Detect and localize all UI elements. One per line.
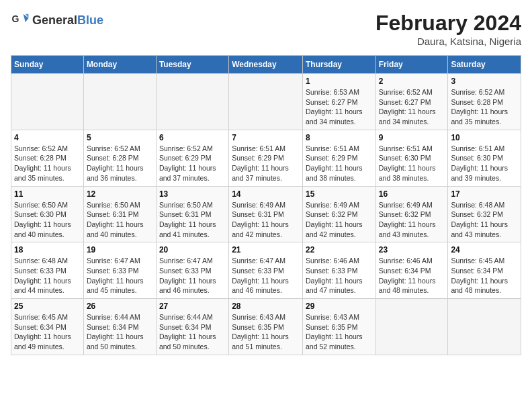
week-row-1: 1Sunrise: 6:53 AM Sunset: 6:27 PM Daylig… (11, 74, 521, 130)
calendar-cell: 11Sunrise: 6:50 AM Sunset: 6:30 PM Dayli… (11, 186, 84, 242)
day-number: 13 (159, 189, 226, 199)
week-row-2: 4Sunrise: 6:52 AM Sunset: 6:28 PM Daylig… (11, 130, 521, 186)
logo-icon: G (11, 11, 30, 30)
day-info: Sunrise: 6:44 AM Sunset: 6:34 PM Dayligh… (87, 312, 153, 352)
day-info: Sunrise: 6:43 AM Sunset: 6:35 PM Dayligh… (232, 312, 300, 352)
day-info: Sunrise: 6:52 AM Sunset: 6:27 PM Dayligh… (379, 87, 445, 127)
day-number: 22 (306, 245, 373, 255)
calendar-cell (448, 299, 521, 355)
day-info: Sunrise: 6:52 AM Sunset: 6:28 PM Dayligh… (87, 144, 153, 183)
week-row-3: 11Sunrise: 6:50 AM Sunset: 6:30 PM Dayli… (11, 186, 521, 242)
day-number: 16 (379, 189, 445, 199)
day-number: 28 (232, 302, 300, 311)
header-monday: Monday (83, 56, 156, 74)
svg-text:G: G (12, 13, 19, 24)
logo: G GeneralBlue (11, 11, 103, 30)
title-block: February 2024 Daura, Katsina, Nigeria (375, 11, 521, 47)
day-number: 20 (159, 245, 226, 255)
day-info: Sunrise: 6:47 AM Sunset: 6:33 PM Dayligh… (87, 256, 153, 295)
calendar-table: SundayMondayTuesdayWednesdayThursdayFrid… (11, 55, 521, 355)
day-info: Sunrise: 6:46 AM Sunset: 6:34 PM Dayligh… (379, 256, 445, 295)
day-number: 12 (87, 189, 153, 199)
day-info: Sunrise: 6:53 AM Sunset: 6:27 PM Dayligh… (306, 87, 373, 127)
day-info: Sunrise: 6:48 AM Sunset: 6:33 PM Dayligh… (14, 256, 81, 295)
day-number: 10 (451, 133, 518, 142)
calendar-cell (156, 74, 228, 130)
calendar-cell: 2Sunrise: 6:52 AM Sunset: 6:27 PM Daylig… (375, 74, 448, 130)
calendar-cell: 5Sunrise: 6:52 AM Sunset: 6:28 PM Daylig… (83, 130, 156, 186)
page-header: G GeneralBlue February 2024 Daura, Katsi… (11, 11, 521, 47)
calendar-cell: 25Sunrise: 6:45 AM Sunset: 6:34 PM Dayli… (11, 299, 84, 355)
calendar-cell: 13Sunrise: 6:50 AM Sunset: 6:31 PM Dayli… (156, 186, 228, 242)
day-number: 21 (232, 245, 300, 255)
day-number: 25 (14, 302, 81, 311)
day-number: 29 (306, 302, 373, 311)
day-number: 4 (14, 133, 81, 142)
day-info: Sunrise: 6:46 AM Sunset: 6:33 PM Dayligh… (306, 256, 373, 295)
day-info: Sunrise: 6:49 AM Sunset: 6:32 PM Dayligh… (306, 200, 373, 240)
day-info: Sunrise: 6:52 AM Sunset: 6:29 PM Dayligh… (159, 144, 226, 183)
header-saturday: Saturday (448, 56, 521, 74)
calendar-cell: 10Sunrise: 6:51 AM Sunset: 6:30 PM Dayli… (448, 130, 521, 186)
day-info: Sunrise: 6:51 AM Sunset: 6:30 PM Dayligh… (379, 144, 445, 183)
calendar-cell: 4Sunrise: 6:52 AM Sunset: 6:28 PM Daylig… (11, 130, 84, 186)
calendar-cell: 7Sunrise: 6:51 AM Sunset: 6:29 PM Daylig… (229, 130, 303, 186)
logo-blue: Blue (77, 13, 103, 27)
calendar-cell: 17Sunrise: 6:48 AM Sunset: 6:32 PM Dayli… (448, 186, 521, 242)
calendar-cell: 12Sunrise: 6:50 AM Sunset: 6:31 PM Dayli… (83, 186, 156, 242)
day-info: Sunrise: 6:51 AM Sunset: 6:29 PM Dayligh… (306, 144, 373, 183)
day-info: Sunrise: 6:47 AM Sunset: 6:33 PM Dayligh… (159, 256, 226, 295)
day-info: Sunrise: 6:52 AM Sunset: 6:28 PM Dayligh… (14, 144, 81, 183)
day-info: Sunrise: 6:52 AM Sunset: 6:28 PM Dayligh… (451, 87, 518, 127)
week-row-5: 25Sunrise: 6:45 AM Sunset: 6:34 PM Dayli… (11, 299, 521, 355)
day-info: Sunrise: 6:49 AM Sunset: 6:31 PM Dayligh… (232, 200, 300, 240)
calendar-cell (229, 74, 303, 130)
day-number: 27 (159, 302, 226, 311)
day-number: 6 (159, 133, 226, 142)
calendar-cell: 28Sunrise: 6:43 AM Sunset: 6:35 PM Dayli… (229, 299, 303, 355)
month-title: February 2024 (375, 11, 521, 36)
day-number: 26 (87, 302, 153, 311)
calendar-cell: 21Sunrise: 6:47 AM Sunset: 6:33 PM Dayli… (229, 242, 303, 299)
calendar-cell: 3Sunrise: 6:52 AM Sunset: 6:28 PM Daylig… (448, 74, 521, 130)
day-number: 1 (306, 77, 373, 86)
day-info: Sunrise: 6:50 AM Sunset: 6:30 PM Dayligh… (14, 200, 81, 240)
day-number: 19 (87, 245, 153, 255)
day-number: 15 (306, 189, 373, 199)
header-thursday: Thursday (302, 56, 375, 74)
day-info: Sunrise: 6:49 AM Sunset: 6:32 PM Dayligh… (379, 200, 445, 240)
calendar-cell: 23Sunrise: 6:46 AM Sunset: 6:34 PM Dayli… (375, 242, 448, 299)
header-friday: Friday (375, 56, 448, 74)
day-number: 8 (306, 133, 373, 142)
calendar-cell: 16Sunrise: 6:49 AM Sunset: 6:32 PM Dayli… (375, 186, 448, 242)
header-tuesday: Tuesday (156, 56, 228, 74)
calendar-cell: 14Sunrise: 6:49 AM Sunset: 6:31 PM Dayli… (229, 186, 303, 242)
day-info: Sunrise: 6:47 AM Sunset: 6:33 PM Dayligh… (232, 256, 300, 295)
calendar-cell: 15Sunrise: 6:49 AM Sunset: 6:32 PM Dayli… (302, 186, 375, 242)
logo-general: General (32, 13, 77, 27)
day-info: Sunrise: 6:51 AM Sunset: 6:30 PM Dayligh… (451, 144, 518, 183)
calendar-cell: 18Sunrise: 6:48 AM Sunset: 6:33 PM Dayli… (11, 242, 84, 299)
day-number: 18 (14, 245, 81, 255)
day-number: 11 (14, 189, 81, 199)
calendar-cell: 19Sunrise: 6:47 AM Sunset: 6:33 PM Dayli… (83, 242, 156, 299)
calendar-cell: 9Sunrise: 6:51 AM Sunset: 6:30 PM Daylig… (375, 130, 448, 186)
day-number: 9 (379, 133, 445, 142)
day-number: 5 (87, 133, 153, 142)
day-number: 14 (232, 189, 300, 199)
calendar-cell (83, 74, 156, 130)
day-number: 23 (379, 245, 445, 255)
day-info: Sunrise: 6:45 AM Sunset: 6:34 PM Dayligh… (451, 256, 518, 295)
day-info: Sunrise: 6:50 AM Sunset: 6:31 PM Dayligh… (159, 200, 226, 240)
day-number: 3 (451, 77, 518, 86)
calendar-cell: 24Sunrise: 6:45 AM Sunset: 6:34 PM Dayli… (448, 242, 521, 299)
day-info: Sunrise: 6:51 AM Sunset: 6:29 PM Dayligh… (232, 144, 300, 183)
calendar-cell: 6Sunrise: 6:52 AM Sunset: 6:29 PM Daylig… (156, 130, 228, 186)
day-info: Sunrise: 6:44 AM Sunset: 6:34 PM Dayligh… (159, 312, 226, 352)
day-info: Sunrise: 6:50 AM Sunset: 6:31 PM Dayligh… (87, 200, 153, 240)
header-sunday: Sunday (11, 56, 84, 74)
calendar-cell (375, 299, 448, 355)
day-number: 24 (451, 245, 518, 255)
calendar-cell: 8Sunrise: 6:51 AM Sunset: 6:29 PM Daylig… (302, 130, 375, 186)
week-row-4: 18Sunrise: 6:48 AM Sunset: 6:33 PM Dayli… (11, 242, 521, 299)
